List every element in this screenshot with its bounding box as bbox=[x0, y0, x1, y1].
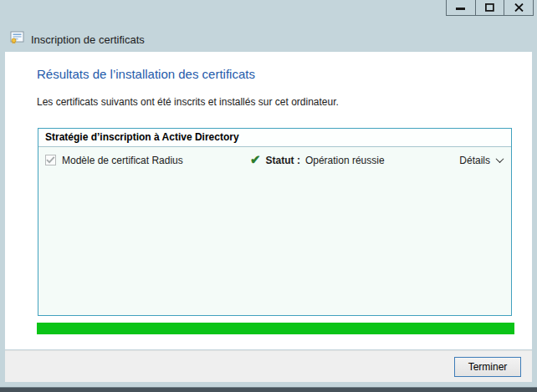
finish-button[interactable]: Terminer bbox=[454, 357, 521, 377]
maximize-icon bbox=[485, 0, 494, 15]
page-title: Résultats de l’installation des certific… bbox=[37, 67, 255, 81]
certificate-list: Stratégie d’inscription à Active Directo… bbox=[38, 128, 512, 316]
window-controls bbox=[446, 0, 534, 16]
certificate-row: Modèle de certificat Radius ✔ Statut : O… bbox=[38, 147, 511, 166]
certificate-name-label: Modèle de certificat Radius bbox=[62, 155, 183, 166]
progress-fill bbox=[37, 323, 514, 334]
footer-bar: Terminer bbox=[5, 350, 532, 382]
enrollment-progress-bar bbox=[37, 323, 514, 334]
maximize-button[interactable] bbox=[475, 0, 504, 15]
certificate-icon bbox=[10, 31, 24, 48]
app-header: Inscription de certificats bbox=[10, 31, 145, 48]
chevron-down-icon bbox=[496, 155, 504, 163]
window-title: Inscription de certificats bbox=[31, 33, 145, 46]
enrollment-policy-header: Stratégie d’inscription à Active Directo… bbox=[38, 129, 511, 147]
certificate-name-cell: Modèle de certificat Radius bbox=[45, 155, 250, 166]
result-description: Les certificats suivants ont été inscrit… bbox=[37, 96, 339, 108]
minimize-button[interactable] bbox=[447, 0, 475, 15]
content-panel: Résultats de l’installation des certific… bbox=[5, 52, 532, 349]
details-label: Détails bbox=[459, 155, 490, 166]
details-expander[interactable]: Détails bbox=[459, 155, 504, 166]
certificate-checkbox[interactable] bbox=[45, 155, 56, 165]
close-icon bbox=[514, 0, 524, 15]
certificate-enrollment-window: Inscription de certificats Résultats de … bbox=[0, 0, 537, 392]
status-value: Opération réussie bbox=[305, 155, 385, 166]
minimize-icon bbox=[456, 0, 466, 15]
checkbox-check-icon bbox=[46, 156, 55, 164]
status-label: Statut : bbox=[266, 155, 300, 166]
success-check-icon: ✔ bbox=[250, 153, 261, 165]
status-cell: ✔ Statut : Opération réussie bbox=[250, 154, 459, 166]
close-button[interactable] bbox=[504, 0, 533, 15]
window-bottom-edge bbox=[0, 387, 537, 392]
